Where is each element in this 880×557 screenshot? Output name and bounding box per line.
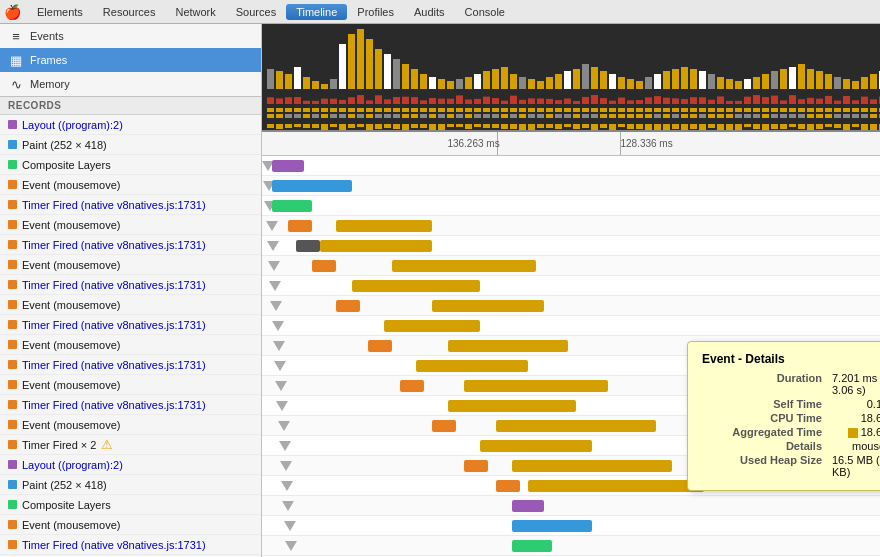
record-item[interactable]: Composite Layers [0, 495, 261, 515]
tooltip-row-label: Duration [702, 372, 822, 396]
record-label: Paint (252 × 418) [22, 139, 107, 151]
timeline-bar [512, 500, 544, 512]
timeline-bar [464, 380, 608, 392]
view-memory[interactable]: ∿ Memory [0, 72, 261, 96]
record-color-dot [8, 280, 17, 289]
record-item[interactable]: Composite Layers [0, 155, 261, 175]
record-label: Timer Fired × 2 [22, 439, 96, 451]
record-item[interactable]: Timer Fired (native v8natives.js:1731) [0, 235, 261, 255]
record-color-dot [8, 420, 17, 429]
record-item[interactable]: Paint (252 × 418) [0, 135, 261, 155]
timeline-content[interactable]: Event - Details Duration7.201 ms (at 3.0… [262, 156, 880, 557]
right-panel: 136.263 ms 128.336 ms Event - Details Du… [262, 24, 880, 557]
memory-icon: ∿ [8, 77, 24, 92]
timeline-bar [448, 400, 576, 412]
record-item[interactable]: Event (mousemove) [0, 415, 261, 435]
record-item[interactable]: Timer Fired (native v8natives.js:1731) [0, 315, 261, 335]
record-item[interactable]: Timer Fired × 2⚠ [0, 435, 261, 455]
tooltip-row: Duration7.201 ms (at 3.06 s) [702, 372, 880, 396]
view-frames[interactable]: ▦ Frames [0, 48, 261, 72]
records-panel: RECORDS Layout ((program):2)Paint (252 ×… [0, 97, 261, 557]
record-label: Timer Fired (native v8natives.js:1731) [22, 399, 206, 411]
ruler-label-1: 136.263 ms [447, 138, 499, 149]
timeline-row [262, 496, 880, 516]
view-selector: ≡ Events ▦ Frames ∿ Memory [0, 24, 261, 97]
tooltip-row-value: 18.611 ms [861, 412, 880, 424]
menu-elements[interactable]: Elements [27, 4, 93, 20]
menu-network[interactable]: Network [165, 4, 225, 20]
main-area: ≡ Events ▦ Frames ∿ Memory RECORDS Layou… [0, 24, 880, 557]
timeline-bar [336, 220, 432, 232]
timeline-row [262, 276, 880, 296]
timeline-triangle [282, 501, 294, 511]
tooltip-row-value: 0.127 ms [867, 398, 880, 410]
record-item[interactable]: Event (mousemove) [0, 375, 261, 395]
menu-profiles[interactable]: Profiles [347, 4, 404, 20]
record-color-dot [8, 260, 17, 269]
record-color-dot [8, 460, 17, 469]
record-item[interactable]: Layout ((program):2) [0, 115, 261, 135]
content-area: ≡ Events ▦ Frames ∿ Memory RECORDS Layou… [0, 24, 880, 557]
timeline-bar [464, 460, 488, 472]
timeline-bar [416, 360, 528, 372]
menu-timeline[interactable]: Timeline [286, 4, 347, 20]
record-item[interactable]: Timer Fired (native v8natives.js:1731) [0, 355, 261, 375]
tooltip-row-value: 16.5 MB (+370 KB) [832, 454, 880, 478]
ruler-label-2: 128.336 ms [620, 138, 672, 149]
menu-resources[interactable]: Resources [93, 4, 166, 20]
timeline-triangle [266, 221, 278, 231]
timeline-triangle [285, 541, 297, 551]
record-label: Timer Fired (native v8natives.js:1731) [22, 199, 206, 211]
record-label: Layout ((program):2) [22, 459, 123, 471]
menu-console[interactable]: Console [455, 4, 515, 20]
record-item[interactable]: Event (mousemove) [0, 335, 261, 355]
record-item[interactable]: Layout ((program):2) [0, 455, 261, 475]
menu-audits[interactable]: Audits [404, 4, 455, 20]
timeline-triangle [270, 301, 282, 311]
tooltip-title: Event - Details [702, 352, 880, 366]
record-label: Timer Fired (native v8natives.js:1731) [22, 539, 206, 551]
record-item[interactable]: Event (mousemove) [0, 215, 261, 235]
tooltip-rows: Duration7.201 ms (at 3.06 s)Self Time0.1… [702, 372, 880, 478]
timeline-bar [432, 420, 456, 432]
timeline-row [262, 536, 880, 556]
warning-icon: ⚠ [101, 437, 113, 452]
record-item[interactable]: Timer Fired (native v8natives.js:1731) [0, 535, 261, 555]
record-color-dot [8, 520, 17, 529]
record-label: Event (mousemove) [22, 219, 120, 231]
view-events-label: Events [30, 30, 64, 42]
header-canvas [262, 24, 880, 132]
timeline-row [262, 316, 880, 336]
timeline-row [262, 516, 880, 536]
record-item[interactable]: Event (mousemove) [0, 175, 261, 195]
record-item[interactable]: Timer Fired (native v8natives.js:1731) [0, 275, 261, 295]
event-details-tooltip: Event - Details Duration7.201 ms (at 3.0… [687, 341, 880, 491]
records-header: RECORDS [0, 97, 261, 115]
record-color-dot [8, 240, 17, 249]
menu-sources[interactable]: Sources [226, 4, 286, 20]
tooltip-row: Self Time0.127 ms [702, 398, 880, 410]
view-events[interactable]: ≡ Events [0, 24, 261, 48]
records-list: Layout ((program):2)Paint (252 × 418)Com… [0, 115, 261, 555]
record-item[interactable]: Event (mousemove) [0, 255, 261, 275]
record-item[interactable]: Event (mousemove) [0, 295, 261, 315]
record-color-dot [8, 400, 17, 409]
timeline-bar [272, 160, 304, 172]
record-label: Timer Fired (native v8natives.js:1731) [22, 319, 206, 331]
tooltip-row-label: Used Heap Size [702, 454, 822, 478]
record-color-dot [8, 320, 17, 329]
tooltip-row-label: CPU Time [702, 412, 822, 424]
tooltip-row: Aggregated Time18.611 ms [702, 426, 880, 438]
record-item[interactable]: Timer Fired (native v8natives.js:1731) [0, 395, 261, 415]
record-color-dot [8, 180, 17, 189]
tooltip-row: Used Heap Size16.5 MB (+370 KB) [702, 454, 880, 478]
record-item[interactable]: Event (mousemove) [0, 515, 261, 535]
record-item[interactable]: Paint (252 × 418) [0, 475, 261, 495]
timeline-bar [312, 260, 336, 272]
timeline-triangle [284, 521, 296, 531]
record-item[interactable]: Timer Fired (native v8natives.js:1731) [0, 195, 261, 215]
timeline-bar [496, 420, 656, 432]
tooltip-row-label: Details [702, 440, 822, 452]
record-color-dot [8, 120, 17, 129]
record-color-dot [8, 160, 17, 169]
